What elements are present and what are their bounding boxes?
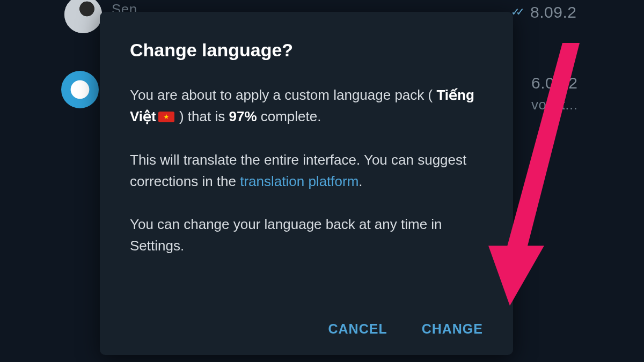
completion-percent: 97% (229, 108, 257, 124)
chat-avatar (64, 0, 102, 33)
text-fragment: You are about to apply a custom language… (130, 87, 436, 103)
vietnam-flag-icon (158, 112, 174, 122)
translation-platform-link[interactable]: translation platform (240, 173, 358, 189)
chat-avatar (61, 71, 99, 108)
text-fragment: . (358, 173, 362, 189)
chat-date: 6.08.2 (531, 74, 577, 92)
text-fragment: ) that is (175, 108, 229, 124)
app-screen: Sen ✓✓ 8.09.2 6.08.2 vo-St... Change lan… (0, 0, 644, 362)
change-button[interactable]: CHANGE (422, 321, 483, 337)
text-fragment: complete. (257, 108, 321, 124)
dialog-paragraph-2: This will translate the entire interface… (130, 149, 483, 193)
dialog-button-row: CANCEL CHANGE (328, 321, 483, 337)
change-language-dialog: Change language? You are about to apply … (100, 12, 513, 355)
dialog-paragraph-3: You can change your language back at any… (130, 213, 483, 257)
cancel-button[interactable]: CANCEL (328, 321, 387, 337)
chat-subtitle-partial: vo-St... (531, 97, 577, 113)
dialog-title: Change language? (130, 40, 483, 61)
dialog-paragraph-1: You are about to apply a custom language… (130, 84, 483, 128)
chat-date: 8.09.2 (530, 3, 576, 21)
